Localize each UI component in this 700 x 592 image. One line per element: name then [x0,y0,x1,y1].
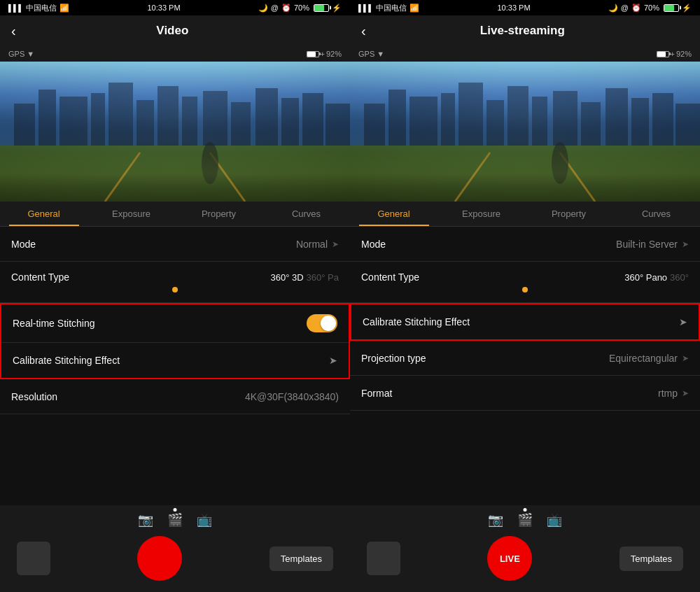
left-realtime-stitching-label: Real-time Stitching [13,318,95,329]
right-nav-title: Live-streaming [373,24,672,38]
svg-rect-12 [255,88,278,146]
left-tab-curves[interactable]: Curves [262,202,350,226]
left-record-button[interactable] [137,536,182,581]
left-record-inner [151,550,168,567]
right-projection-row[interactable]: Projection type Equirectangular ➤ [350,341,700,376]
right-content-type-row[interactable]: Content Type 360° Pano 360° [350,262,700,303]
right-tv-icon-item[interactable]: 📺 [547,512,562,528]
left-mode-label: Mode [11,239,36,250]
left-tab-exposure[interactable]: Exposure [88,202,175,226]
left-mode-value: Normal ➤ [296,239,339,250]
right-battery-icon [664,4,679,12]
svg-rect-2 [14,104,35,146]
left-time: 10:33 PM [147,3,180,12]
left-bottom-controls: Templates [11,536,339,581]
left-realtime-stitching-row[interactable]: Real-time Stitching [1,304,349,343]
svg-rect-29 [553,91,578,146]
left-calibrate-arrow: ➤ [329,355,337,366]
left-moon-icon: 🌙 [258,3,268,13]
right-video-icon-item[interactable]: 🎬 [517,512,533,528]
left-battery-percent: 70% [294,3,309,12]
right-status-right: 🌙 @ ⏰ 70% ⚡ [608,3,692,13]
left-calibrate-row[interactable]: Calibrate Stitching Effect ➤ [1,343,349,378]
right-mode-row[interactable]: Mode Built-in Server ➤ [350,227,700,262]
right-settings-list: Mode Built-in Server ➤ Content Type 360°… [350,227,700,505]
left-thumbnail[interactable] [17,542,50,575]
svg-rect-26 [486,100,504,146]
right-format-row[interactable]: Format rtmp ➤ [350,376,700,411]
left-gps-label: GPS ▼ [8,50,34,58]
right-mode-chevron: ➤ [682,239,689,249]
left-tab-general[interactable]: General [0,202,88,226]
right-wifi-icon: 📶 [410,3,419,13]
right-battery-percent: 70% [644,3,659,12]
left-video-icon-item[interactable]: 🎬 [167,512,183,528]
left-photo-icon-item[interactable]: 📷 [138,512,153,528]
left-video-icon: 🎬 [167,512,183,528]
right-photo-icon-item[interactable]: 📷 [488,512,503,528]
svg-rect-3 [38,90,56,146]
left-content-type-row[interactable]: Content Type 360° 3D 360° Pa [0,262,350,303]
right-alarm-icon: ⏰ [631,3,641,13]
right-live-button[interactable]: LIVE [487,536,532,581]
right-format-value: rtmp ➤ [658,388,689,399]
svg-rect-11 [231,102,251,146]
right-tab-exposure[interactable]: Exposure [438,202,525,226]
right-tab-property[interactable]: Property [525,202,612,226]
right-content-type-label: Content Type [361,272,419,283]
left-tv-icon: 📺 [197,512,212,528]
left-tv-icon-item[interactable]: 📺 [197,512,212,528]
right-carrier: 中国电信 [376,3,407,13]
left-signal: ▌▌▌ [8,4,23,12]
left-tab-property[interactable]: Property [175,202,262,226]
right-tab-general[interactable]: General [350,202,438,226]
left-status-right: 🌙 @ ⏰ 70% ⚡ [258,3,342,13]
left-templates-button[interactable]: Templates [270,547,333,571]
svg-rect-14 [302,93,323,146]
svg-rect-8 [158,86,178,146]
right-photo-icon: 📷 [488,512,503,528]
svg-rect-9 [182,97,197,146]
left-slider-dot [172,287,178,293]
right-tab-curves[interactable]: Curves [612,202,700,226]
right-gps-bar: GPS ▼ + 92% [350,46,700,62]
right-bottom-bar: 📷 🎬 📺 LIVE Templates [350,505,700,592]
left-nav-title: Video [23,24,322,38]
left-preview-svg [0,62,350,202]
right-location-icon: @ [621,3,629,12]
left-toggle-knob [321,316,336,331]
left-mode-row[interactable]: Mode Normal ➤ [0,227,350,262]
right-calibrate-row[interactable]: Calibrate Stitching Effect ➤ [351,304,699,339]
right-templates-button[interactable]: Templates [620,547,683,571]
svg-rect-27 [507,86,528,146]
left-resolution-label: Resolution [11,391,57,402]
left-camera-icons: 📷 🎬 📺 [11,512,339,528]
left-charge-gps: + [321,50,325,58]
right-signal: ▌▌▌ [358,4,373,12]
left-video-dot [174,508,177,512]
left-gps-bar: GPS ▼ + 92% [0,46,350,62]
right-status-bar: ▌▌▌ 中国电信 📶 10:33 PM 🌙 @ ⏰ 70% ⚡ [350,0,700,15]
left-camera-preview [0,62,350,202]
svg-rect-21 [364,104,385,146]
svg-rect-28 [532,97,547,146]
right-tabs: General Exposure Property Curves [350,202,700,227]
left-battery-gps-percent: 92% [326,50,342,58]
left-content-type-values: 360° 3D 360° Pa [270,272,339,283]
left-toggle-switch[interactable] [307,314,337,332]
left-status-bar: ▌▌▌ 中国电信 📶 10:33 PM 🌙 @ ⏰ 70% ⚡ [0,0,350,15]
left-settings-list: Mode Normal ➤ Content Type 360° 3D 360° … [0,227,350,505]
right-thumbnail[interactable] [367,542,400,575]
left-resolution-row[interactable]: Resolution 4K@30F(3840x3840) [0,379,350,414]
right-live-label: LIVE [500,554,520,564]
right-calibrate-label: Calibrate Stitching Effect [363,316,470,327]
right-projection-chevron: ➤ [682,353,689,363]
right-gps-battery: + 92% [657,50,692,58]
right-camera-preview [350,62,700,202]
left-back-button[interactable]: ‹ [11,23,16,39]
right-video-icon: 🎬 [517,512,533,528]
left-phone-screen: ▌▌▌ 中国电信 📶 10:33 PM 🌙 @ ⏰ 70% ⚡ ‹ Video … [0,0,350,592]
left-tabs: General Exposure Property Curves [0,202,350,227]
right-back-button[interactable]: ‹ [361,23,366,39]
right-nav-bar: ‹ Live-streaming [350,15,700,46]
